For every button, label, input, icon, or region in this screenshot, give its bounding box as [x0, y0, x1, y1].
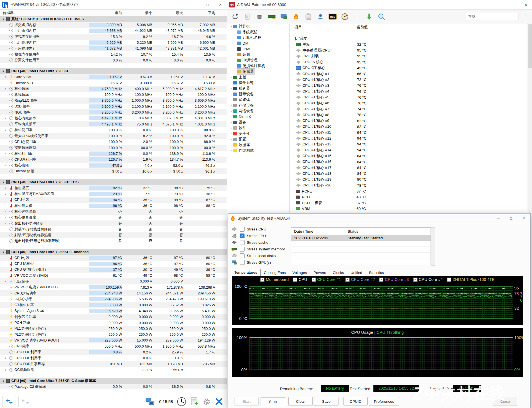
flame-icon[interactable]	[292, 12, 300, 21]
sensor-row[interactable]: 已用物理内存6,929 MB5,220 MB7,505 MB6,600 MB	[0, 40, 227, 45]
sensor-row[interactable]: ›GPU D3D利用率0.0 %0.0 %	[0, 355, 227, 361]
list-item[interactable]: CPU #1/核心 #2078 °C	[290, 183, 527, 188]
maximize-icon[interactable]: □	[505, 214, 518, 223]
close-icon[interactable]: ✕	[518, 214, 530, 223]
expand-chevron-icon[interactable]: ›	[5, 280, 8, 283]
col-status[interactable]: Status	[345, 229, 358, 233]
chevron-right-icon[interactable]: ›	[229, 121, 233, 124]
list-item[interactable]: CPU #1/核心 #1980 °C	[290, 176, 527, 182]
list-item[interactable]: CPU #1/核心 #1584 °C	[290, 153, 527, 159]
tree-item-DMI[interactable]: DMI	[227, 40, 289, 46]
sensor-row[interactable]: CPU封装功率234.748 W14.156 W244.371 W209.456…	[0, 290, 227, 296]
list-item[interactable]: PCH 二极管37 °C	[290, 200, 527, 206]
preferences-button[interactable]: Preferences	[369, 397, 399, 406]
sensor-row[interactable]: 物理内存使用率14.2 %10.7 %15.4 %13.5 %	[0, 51, 227, 57]
exit-icon[interactable]	[215, 398, 223, 406]
tree-item-IPMI[interactable]: IPMI	[227, 46, 289, 52]
sensor-section-header[interactable]: ∨CPU [#0]: Intel Core Ultra 7 265KF: DTS	[0, 179, 227, 185]
sensor-row[interactable]: 平均有效频率4,493.1 MHz75.0 MHz4,675.1 MHz4,03…	[0, 121, 227, 127]
expand-chevron-icon[interactable]: ›	[5, 117, 8, 120]
osd-icon[interactable]: OSD	[329, 12, 337, 21]
chevron-right-icon[interactable]: ›	[229, 127, 233, 130]
tree-item-电源管理[interactable]: 电源管理	[227, 57, 289, 63]
chevron-right-icon[interactable]: ›	[229, 93, 233, 96]
sensor-row[interactable]: 封装/环形总线临界温度否否否	[0, 232, 227, 238]
sensor-icon[interactable]	[341, 12, 349, 21]
sensor-row[interactable]: 总线频率100.0 MHz100.0 MHz100.0 MHz100.0 MHz	[0, 92, 227, 97]
sensor-row[interactable]: NGU 频率3,200.0 MHz3,200.0 MHz3,200.0 MHz3…	[0, 109, 227, 115]
log-row[interactable]: 2025/11/18 14:55:33Stability Test: Start…	[291, 235, 431, 241]
tab-statistics[interactable]: Statistics	[365, 269, 387, 276]
preferences-icon[interactable]	[304, 12, 312, 21]
search-icon[interactable]	[377, 12, 386, 21]
clock-icon[interactable]	[177, 397, 186, 406]
tree-item-DirectX[interactable]: ›DirectX	[227, 114, 289, 119]
tree-item-多媒体[interactable]: ›多媒体	[227, 97, 289, 102]
sensor-row[interactable]: ›Core VIDs1.152 V0.673 V1.251 V1.137 V	[0, 74, 227, 80]
expand-chevron-icon[interactable]: ›	[5, 210, 8, 213]
expand-chevron-icon[interactable]: ›	[5, 186, 8, 189]
close-icon[interactable]: ✕	[214, 0, 227, 9]
tree-item-便携式计算机[interactable]: 便携式计算机	[227, 63, 289, 69]
expand-chevron-icon[interactable]: ›	[5, 164, 8, 167]
chevron-right-icon[interactable]: ›	[229, 104, 233, 107]
list-item[interactable]: PCH40 °C	[290, 194, 527, 200]
expand-chevron-icon[interactable]: ›	[5, 75, 8, 78]
chevron-right-icon[interactable]: ›	[229, 98, 233, 101]
sensor-row[interactable]: D2D 频率2,100.0 MHz2,100.0 MHz2,100.0 MHz2…	[0, 104, 227, 109]
sensor-row[interactable]: GT核心功率0.008 W0.000 W0.762 W0.026 W	[0, 302, 227, 308]
chevron-right-icon[interactable]: ›	[229, 81, 233, 84]
sensor-row[interactable]: 分页文件使用率0.0 %0.0 %0.0 %0.0 %	[0, 57, 227, 63]
checkbox-unchecked[interactable]	[447, 278, 451, 282]
minimize-icon[interactable]: –	[494, 0, 507, 9]
chevron-down-icon[interactable]: ∨	[229, 25, 233, 28]
sensor-row[interactable]: CPU总使用率100.0 %2.0 %100.0 %88.9 %	[0, 139, 227, 145]
sensor-row[interactable]: VR VCC 功率 (SVID POUT)228.000 W15.000 W23…	[0, 337, 227, 343]
tree-item-计算机[interactable]: ∨计算机	[227, 24, 289, 29]
tree-item-安全性[interactable]: ›安全性	[227, 131, 289, 136]
checkbox-unchecked[interactable]	[240, 247, 245, 252]
stop-button[interactable]: Stop	[261, 397, 285, 406]
chevron-right-icon[interactable]: ›	[229, 143, 233, 147]
sensor-row[interactable]: VR VCC 温度 (SVID)61 °C49 °C68 °C58 °C	[0, 273, 227, 278]
tree-item-数据库[interactable]: ›数据库	[227, 142, 289, 148]
chevron-down-icon[interactable]: ∨	[2, 17, 5, 21]
list-item[interactable]: PCI-E37 °C	[290, 188, 527, 194]
expand-chevron-icon[interactable]: ›	[5, 222, 8, 225]
log-scrollbar[interactable]	[431, 227, 435, 266]
sensor-row[interactable]: GPU D3D利用率0.8 %0.2 %25.9 %1.7 %	[0, 349, 227, 355]
sensor-row[interactable]: Uncore VID0.537 V0.388 V0.537 V0.530 V	[0, 80, 227, 86]
sensor-row[interactable]: GPU频率550.0 MHz500.0 MHz1,950.0 MHz557.8 …	[0, 343, 227, 349]
tab-temperatures[interactable]: Temperatures	[231, 269, 261, 276]
chevron-down-icon[interactable]: ∨	[2, 250, 5, 254]
sensor-row[interactable]: ›超出核心功率限制是否是	[0, 220, 227, 226]
tab-clocks[interactable]: Clocks	[329, 269, 347, 276]
expand-chevron-icon[interactable]: ›	[5, 368, 8, 371]
cpu-icon[interactable]	[255, 12, 264, 21]
list-item[interactable]: CPU #1/核心 #1784 °C	[290, 165, 527, 171]
tree-item-网络设备[interactable]: ›网络设备	[227, 108, 289, 114]
checkbox-checked[interactable]: ✓	[293, 278, 297, 282]
col-datetime[interactable]: Date / Time	[291, 229, 345, 233]
checkbox-checked[interactable]: ✓	[413, 278, 418, 282]
checkbox-checked[interactable]: ✓	[240, 233, 245, 238]
kebab-menu-icon[interactable]: ⋮	[523, 13, 527, 18]
legend-cpu-core-3[interactable]: ✓CPU Core #3	[379, 277, 409, 282]
tree-item-设备[interactable]: ›设备	[227, 120, 289, 125]
checkbox-unchecked[interactable]	[240, 253, 245, 258]
sensor-row[interactable]: 可用虚拟内存45,668 MB44,922 MB48,972 MB46,045 …	[0, 28, 227, 34]
tree-item-配置[interactable]: ›配置	[227, 137, 289, 142]
col-sensor[interactable]: 传感器	[0, 11, 89, 16]
sensor-row[interactable]: Ring/LLC 频率3,700.0 MHz1,000.0 MHz3,700.0…	[0, 97, 227, 103]
cpuid-button[interactable]: CPUID	[343, 397, 368, 406]
tab-voltages[interactable]: Voltages	[289, 269, 310, 276]
tree-item-系统概述[interactable]: 系统概述	[227, 29, 289, 35]
tree-item-性能测试[interactable]: ›性能测试	[227, 148, 289, 153]
sensor-row[interactable]: VR VCC 电流 (SVID IOUT)160.159 A7.813 A171…	[0, 284, 227, 290]
list-item[interactable]: CPU #1/核心 #878 °C	[290, 112, 527, 118]
chevron-right-icon[interactable]: ›	[229, 76, 233, 79]
sensor-row[interactable]: PL1功率限制 (静态)250.0 W250.0 W250.0 W250.0 W	[0, 326, 227, 332]
col-value[interactable]: 当前值	[357, 25, 368, 30]
sensor-row[interactable]: ›OC倍频限制32.0 x55.0 x	[0, 367, 227, 373]
chevron-right-icon[interactable]: ›	[229, 138, 233, 141]
